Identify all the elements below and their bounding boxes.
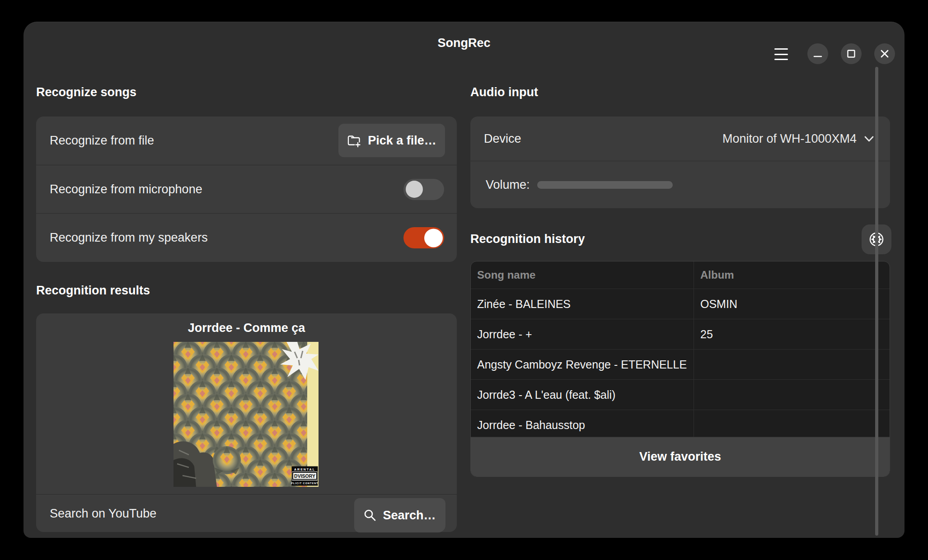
history-album-cell (694, 379, 890, 410)
recognize-from-file-label: Recognize from file (50, 134, 338, 148)
recognize-from-microphone-row: Recognize from microphone (36, 165, 457, 214)
pick-a-file-button[interactable]: Pick a file… (338, 124, 445, 157)
recognition-results-heading: Recognition results (36, 282, 150, 299)
speakers-toggle[interactable] (403, 227, 444, 248)
hamburger-icon (774, 48, 788, 50)
hamburger-menu-button[interactable] (774, 48, 788, 60)
maximize-button[interactable] (841, 43, 862, 64)
history-song-cell: Jorrdee - Bahausstop (471, 410, 694, 440)
album-art: ARENTAL DVISORY PLICIT CONTENT (173, 342, 319, 487)
history-row[interactable]: Zinée - BALEINES OSMIN (471, 289, 890, 319)
pick-a-file-label: Pick a file… (368, 134, 436, 148)
history-table-header: Song name Album (471, 261, 890, 289)
minimize-button[interactable] (807, 43, 828, 64)
history-album-cell (694, 349, 890, 379)
history-song-cell: Angsty Camboyz Revenge - ETERNELLE (471, 349, 694, 379)
magnifier-icon (364, 509, 376, 522)
recognize-from-microphone-label: Recognize from microphone (50, 182, 403, 196)
history-song-cell: Jorrde3 - A L'eau (feat. $ali) (471, 379, 694, 410)
recognition-history-heading: Recognition history (470, 231, 585, 247)
column-header-album: Album (694, 261, 890, 289)
audio-input-heading: Audio input (470, 84, 538, 100)
recognize-from-speakers-label: Recognize from my speakers (50, 231, 403, 245)
history-song-cell: Jorrdee - + (471, 319, 694, 349)
recognize-from-speakers-row: Recognize from my speakers (36, 213, 457, 262)
view-favorites-button[interactable]: View favorites (471, 437, 890, 476)
search-on-youtube-row: Search on YouTube Search… (36, 494, 457, 532)
youtube-search-label: Search… (383, 509, 436, 523)
window-title: SongRec (23, 22, 905, 64)
history-album-cell (694, 410, 890, 440)
volume-level-bar (537, 181, 673, 189)
volume-row: Volume: (470, 161, 890, 208)
history-album-cell: OSMIN (694, 289, 890, 319)
recognized-song-title: Jorrdee - Comme ça (36, 320, 457, 336)
toggle-knob (406, 181, 423, 198)
songrec-window: SongRec Recognize songs Recognize from f… (23, 22, 905, 538)
device-selected-value: Monitor of WH-1000XM4 (722, 132, 857, 146)
vertical-scrollbar[interactable] (875, 67, 878, 536)
chevron-down-icon (863, 133, 875, 145)
history-row[interactable]: Angsty Camboyz Revenge - ETERNELLE (471, 349, 890, 379)
svg-text:ARENTAL: ARENTAL (294, 468, 315, 471)
recognize-card: Recognize from file Pick a file… Recogni… (36, 117, 457, 262)
device-dropdown[interactable]: Monitor of WH-1000XM4 (720, 131, 878, 146)
recognize-songs-heading: Recognize songs (36, 84, 136, 100)
history-row[interactable]: Jorrdee - Bahausstop (471, 410, 890, 440)
recognition-results-card: Jorrdee - Comme ça (36, 313, 457, 532)
toggle-knob (424, 229, 443, 247)
recognition-history-card: Song name Album Zinée - BALEINES OSMIN J… (470, 261, 890, 477)
maximize-icon (841, 43, 862, 64)
parental-advisory-label: ARENTAL DVISORY PLICIT CONTENT (291, 467, 318, 485)
youtube-search-button[interactable]: Search… (354, 498, 445, 532)
volume-label: Volume: (486, 178, 530, 192)
microphone-toggle[interactable] (403, 179, 444, 200)
folder-new-icon (347, 134, 361, 147)
recognize-from-file-row: Recognize from file Pick a file… (36, 117, 457, 165)
history-album-cell: 25 (694, 319, 890, 349)
device-row: Device Monitor of WH-1000XM4 (470, 117, 890, 161)
history-row[interactable]: Jorrde3 - A L'eau (feat. $ali) (471, 379, 890, 410)
history-row[interactable]: Jorrdee - + 25 (471, 319, 890, 349)
close-icon (874, 43, 895, 64)
history-song-cell: Zinée - BALEINES (471, 289, 694, 319)
svg-text:PLICIT CONTENT: PLICIT CONTENT (291, 482, 318, 485)
audio-input-card: Device Monitor of WH-1000XM4 Volume: (470, 117, 890, 208)
device-label: Device (484, 132, 720, 146)
minimize-icon (807, 43, 828, 64)
close-button[interactable] (874, 43, 895, 64)
svg-text:DVISORY: DVISORY (294, 473, 315, 479)
column-header-song-name: Song name (471, 261, 694, 289)
